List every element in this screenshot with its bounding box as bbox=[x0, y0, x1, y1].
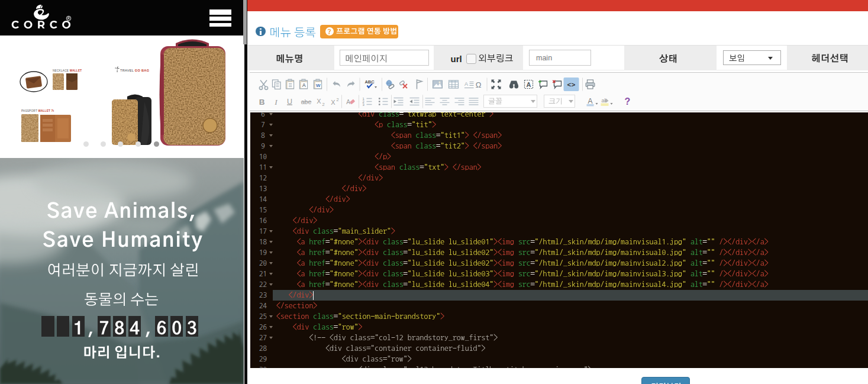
svg-text:ABC: ABC bbox=[364, 79, 375, 84]
svg-text:2: 2 bbox=[322, 101, 324, 107]
svg-text:?: ? bbox=[624, 96, 630, 107]
svg-text:A: A bbox=[302, 82, 306, 88]
svg-text:X: X bbox=[331, 98, 335, 105]
svg-text:A: A bbox=[588, 96, 592, 105]
svg-text:A: A bbox=[526, 81, 531, 88]
svg-text:B: B bbox=[259, 97, 264, 106]
svg-text:abe: abe bbox=[301, 98, 311, 105]
svg-text:W: W bbox=[315, 82, 320, 88]
svg-text:I: I bbox=[274, 97, 278, 106]
svg-text:A: A bbox=[346, 98, 350, 105]
svg-text:X: X bbox=[317, 97, 321, 104]
svg-text:U: U bbox=[286, 97, 292, 105]
svg-text:2: 2 bbox=[336, 96, 338, 102]
svg-text:<>: <> bbox=[567, 81, 575, 89]
svg-text:Ω: Ω bbox=[475, 80, 481, 89]
svg-text:A: A bbox=[464, 80, 468, 86]
svg-text:3: 3 bbox=[362, 102, 364, 106]
